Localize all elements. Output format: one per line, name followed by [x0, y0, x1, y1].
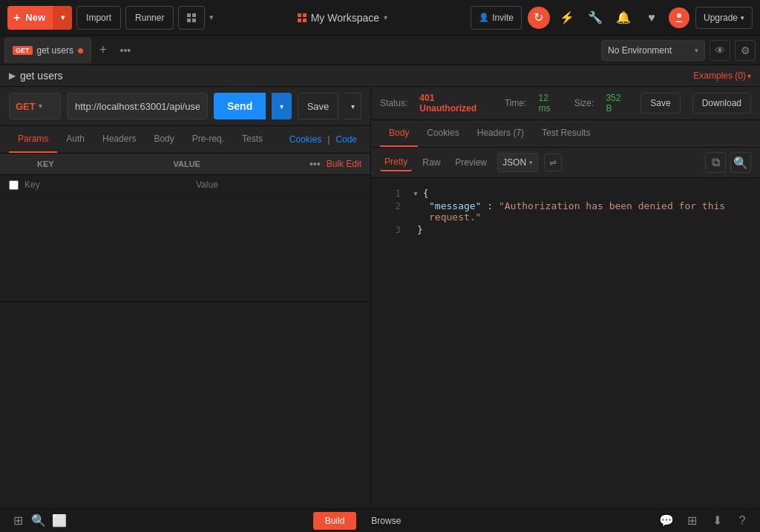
params-more-button[interactable]: •••	[309, 158, 321, 170]
env-eye-button[interactable]: 👁	[710, 40, 730, 61]
download-bottom-button[interactable]: ⬇	[707, 510, 727, 531]
tab-method-badge: GET	[13, 46, 33, 55]
svg-rect-2	[187, 19, 191, 22]
response-half: Status: 401 Unauthorized Time: 12 ms Siz…	[371, 87, 760, 508]
format-type-select[interactable]: JSON ▾	[497, 153, 538, 172]
help-button[interactable]: ?	[732, 510, 753, 531]
env-cog-button[interactable]: ⚙	[735, 40, 756, 61]
format-pretty-button[interactable]: Pretty	[380, 154, 412, 171]
url-input[interactable]	[67, 93, 208, 119]
console-button[interactable]: ⬜	[49, 510, 70, 531]
status-label: Status:	[380, 98, 407, 108]
examples-link[interactable]: Examples (0) ▾	[693, 70, 751, 81]
tab-tests[interactable]: Tests	[233, 126, 272, 153]
param-value-input[interactable]	[196, 180, 361, 190]
params-key-header: KEY	[37, 160, 167, 168]
browse-button[interactable]: Browse	[359, 512, 413, 530]
request-half: GET ▾ Send ▾ Save ▾ Params Auth Headers …	[0, 87, 371, 508]
main-area: GET get users + ••• No Environment ▾ 👁 ⚙…	[0, 36, 760, 508]
settings-button[interactable]: 🔧	[584, 7, 606, 29]
avatar[interactable]	[669, 7, 689, 28]
cookies-link[interactable]: Cookies	[285, 127, 326, 152]
format-preview-button[interactable]: Preview	[451, 154, 491, 171]
save-dropdown-button[interactable]: ▾	[344, 93, 361, 119]
format-right-icons: ⧉ 🔍	[705, 152, 751, 173]
code-line-1: 1 ▾ {	[371, 187, 760, 200]
grid-button[interactable]: ⊞	[681, 510, 702, 531]
tab-params[interactable]: Params	[9, 126, 57, 153]
resp-tab-headers[interactable]: Headers (7)	[468, 120, 533, 147]
bulk-edit-button[interactable]: Bulk Edit	[327, 159, 361, 169]
chat-button[interactable]: 💬	[656, 510, 677, 531]
size-value: 352 B	[606, 93, 629, 114]
code-line-2: 2 "message" : "Authorization has been de…	[371, 200, 760, 223]
param-row-checkbox[interactable]	[9, 180, 19, 190]
env-selected-label: No Environment	[608, 45, 672, 56]
examples-dropdown-arrow: ▾	[747, 72, 751, 80]
tab-body[interactable]: Body	[145, 126, 183, 153]
layout-dropdown[interactable]: ▾	[209, 13, 214, 22]
api-icon-button[interactable]: ⚡	[556, 7, 578, 29]
workspace-button[interactable]: My Workspace ▾	[298, 12, 387, 24]
save-button[interactable]: Save	[298, 93, 339, 119]
code-link[interactable]: Code	[331, 127, 361, 152]
upgrade-dropdown-arrow: ▾	[741, 14, 744, 22]
svg-rect-3	[192, 19, 196, 22]
response-download-button[interactable]: Download	[692, 93, 751, 114]
collapse-toggle[interactable]: ▾	[413, 188, 419, 199]
top-nav: + New ▾ Import Runner ▾ My Workspace ▾ 👤…	[0, 0, 760, 36]
more-tabs-button[interactable]: •••	[115, 40, 136, 61]
invite-button[interactable]: 👤 Invite	[471, 6, 522, 30]
build-button[interactable]: Build	[313, 512, 357, 530]
url-bar: GET ▾ Send ▾ Save ▾	[0, 87, 370, 126]
runner-button[interactable]: Runner	[125, 6, 174, 30]
search-response-button[interactable]: 🔍	[730, 152, 751, 173]
tab-auth[interactable]: Auth	[57, 126, 94, 153]
copy-response-button[interactable]: ⧉	[705, 152, 726, 173]
code-line-3: 3 }	[371, 223, 760, 236]
workspace-label: My Workspace	[311, 12, 379, 24]
notifications-button[interactable]: 🔔	[612, 7, 635, 29]
new-button[interactable]: + New ▾	[7, 6, 72, 30]
svg-point-4	[677, 13, 681, 18]
method-dropdown-arrow: ▾	[39, 102, 42, 110]
request-tabs: Params Auth Headers Body Pre-req. Tests …	[0, 126, 370, 154]
sync-button[interactable]: ↻	[528, 7, 550, 29]
new-button-label[interactable]: + New	[7, 11, 53, 24]
avatar-icon	[673, 12, 685, 24]
response-save-button[interactable]: Save	[641, 93, 680, 114]
import-button[interactable]: Import	[76, 6, 121, 30]
upgrade-button[interactable]: Upgrade ▾	[695, 7, 753, 29]
tab-bar: GET get users + ••• No Environment ▾ 👁 ⚙	[0, 36, 760, 65]
size-label: Size:	[574, 98, 594, 108]
env-bar: No Environment ▾ 👁 ⚙	[601, 40, 756, 61]
tab-headers[interactable]: Headers	[94, 126, 145, 153]
wrap-lines-button[interactable]: ⇌	[544, 154, 562, 171]
heart-button[interactable]: ♥	[641, 7, 663, 29]
method-select[interactable]: GET ▾	[9, 93, 61, 119]
tab-prereq[interactable]: Pre-req.	[183, 126, 233, 153]
request-expand-button[interactable]: ▶	[9, 70, 16, 81]
search-button[interactable]: 🔍	[28, 510, 49, 531]
request-tab[interactable]: GET get users	[4, 38, 91, 63]
response-body: Pretty Raw Preview JSON ▾ ⇌ ⧉ 🔍	[371, 148, 760, 508]
tab-name: get users	[37, 45, 73, 56]
sidebar-toggle-button[interactable]: ⊞	[7, 510, 28, 531]
send-dropdown-button[interactable]: ▾	[272, 93, 291, 119]
resp-tab-cookies[interactable]: Cookies	[418, 120, 468, 147]
new-dropdown-arrow[interactable]: ▾	[53, 6, 72, 30]
resp-tab-body[interactable]: Body	[380, 120, 418, 147]
format-raw-button[interactable]: Raw	[418, 154, 445, 171]
tab-unsaved-dot	[78, 48, 83, 53]
add-tab-button[interactable]: +	[93, 40, 114, 61]
params-value-header: VALUE	[173, 160, 303, 168]
layout-icon	[186, 13, 197, 23]
response-status-bar: Status: 401 Unauthorized Time: 12 ms Siz…	[371, 87, 760, 120]
param-key-input[interactable]	[24, 180, 190, 190]
param-row	[0, 175, 370, 195]
resp-tab-test-results[interactable]: Test Results	[533, 120, 599, 147]
send-button[interactable]: Send	[214, 93, 266, 119]
nav-icons: 👤 Invite ↻ ⚡ 🔧 🔔 ♥ Upgrade ▾	[471, 6, 753, 30]
environment-select[interactable]: No Environment ▾	[601, 40, 705, 61]
layout-button[interactable]	[178, 6, 205, 30]
